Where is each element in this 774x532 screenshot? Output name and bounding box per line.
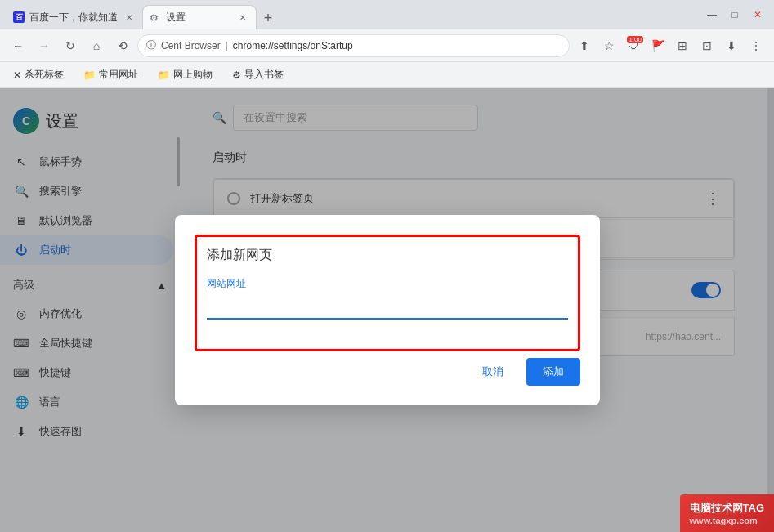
import-icon: ⚙ (232, 69, 241, 81)
dialog-actions: 取消 添加 (195, 358, 580, 386)
dialog-cancel-button[interactable]: 取消 (466, 358, 520, 386)
bookmark-import[interactable]: ⚙ 导入书签 (226, 66, 290, 83)
kill-tabs-label: 杀死标签 (25, 68, 64, 82)
shield-badge: 1.00 (627, 36, 643, 43)
shopping-label: 网上购物 (173, 68, 213, 82)
tab-baidu-close[interactable]: ✕ (123, 11, 136, 24)
dialog-highlighted-section: 添加新网页 网站网址 (195, 235, 580, 351)
home-button[interactable]: ⌂ (85, 34, 108, 57)
nav-actions: ⬆ ☆ 🛡 1.00 🚩 ⊞ ⊡ ⬇ ⋮ (573, 34, 767, 57)
address-bar[interactable]: ⓘ Cent Browser | chrome://settings/onSta… (137, 34, 570, 57)
title-bar: 百 百度一下，你就知道 ✕ ⚙ 设置 ✕ + — □ ✕ (0, 0, 774, 29)
site-info-icon[interactable]: ⓘ (146, 38, 156, 52)
brand-label: Cent Browser (161, 40, 221, 51)
baidu-favicon: 百 (13, 11, 25, 23)
dialog-url-input[interactable] (207, 296, 568, 320)
dialog-add-button[interactable]: 添加 (526, 358, 580, 386)
tab-settings-close[interactable]: ✕ (236, 11, 249, 25)
common-sites-label: 常用网址 (99, 68, 138, 82)
refresh-button[interactable]: ↻ (59, 34, 82, 57)
bookmark-common-sites[interactable]: 📁 常用网址 (77, 66, 145, 83)
window-controls: — □ ✕ (702, 7, 767, 23)
main-content: C 设置 ↖ 鼠标手势 🔍 搜索引擎 🖥 默认浏览器 ⏻ 启动时 (0, 88, 774, 532)
shopping-icon: 📁 (158, 69, 170, 81)
browser-frame: 百 百度一下，你就知道 ✕ ⚙ 设置 ✕ + — □ ✕ ← → ↻ ⌂ ⟲ ⓘ (0, 0, 774, 532)
tab-baidu[interactable]: 百 百度一下，你就知道 ✕ (7, 5, 142, 29)
forward-button[interactable]: → (33, 34, 56, 57)
tab-strip: 百 百度一下，你就知道 ✕ ⚙ 设置 ✕ + (7, 0, 696, 29)
tab-settings[interactable]: ⚙ 设置 ✕ (142, 5, 257, 29)
back-button[interactable]: ← (7, 34, 29, 57)
tab-baidu-label: 百度一下，你就知道 (29, 11, 118, 25)
import-label: 导入书签 (244, 68, 284, 82)
new-tab-button[interactable]: + (257, 7, 280, 29)
dialog-title: 添加新网页 (207, 247, 568, 264)
shield-button[interactable]: 🛡 1.00 (622, 34, 645, 57)
dialog-url-label: 网站网址 (207, 277, 568, 291)
crop-button[interactable]: ⊡ (696, 34, 718, 57)
common-sites-icon: 📁 (83, 69, 96, 81)
nav-bar: ← → ↻ ⌂ ⟲ ⓘ Cent Browser | chrome://sett… (0, 29, 774, 62)
bookmark-kill-tabs[interactable]: ✕ 杀死标签 (7, 66, 70, 83)
more-menu-button[interactable]: ⋮ (745, 34, 767, 57)
bookmarks-bar: ✕ 杀死标签 📁 常用网址 📁 网上购物 ⚙ 导入书签 (0, 62, 774, 88)
share-button[interactable]: ⬆ (573, 34, 596, 57)
watermark-line1: 电脑技术网TAG (690, 501, 764, 516)
watermark-line2: www.tagxp.com (690, 516, 764, 525)
tab-settings-label: 设置 (166, 11, 186, 25)
close-button[interactable]: ✕ (748, 7, 767, 23)
address-text: chrome://settings/onStartup (233, 40, 561, 51)
address-separator: | (226, 40, 228, 51)
watermark: 电脑技术网TAG www.tagxp.com (680, 494, 774, 532)
bookmark-star-button[interactable]: ☆ (597, 34, 620, 57)
add-url-dialog: 添加新网页 网站网址 取消 添加 (175, 215, 600, 405)
maximize-button[interactable]: □ (725, 7, 745, 23)
flag-button[interactable]: 🚩 (646, 34, 669, 57)
kill-tabs-icon: ✕ (13, 69, 21, 81)
grid-button[interactable]: ⊞ (671, 34, 694, 57)
download-button[interactable]: ⬇ (720, 34, 743, 57)
modal-overlay: 添加新网页 网站网址 取消 添加 (0, 88, 774, 532)
minimize-button[interactable]: — (702, 7, 722, 23)
history-button[interactable]: ⟲ (111, 34, 134, 57)
bookmark-shopping[interactable]: 📁 网上购物 (151, 66, 219, 83)
settings-favicon: ⚙ (150, 12, 161, 24)
